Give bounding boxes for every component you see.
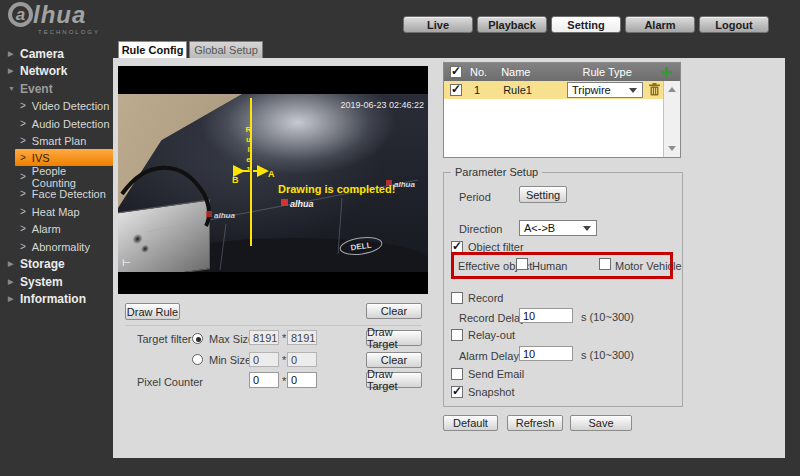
sidebar-item-ivs[interactable]: >IVS xyxy=(15,149,113,166)
add-rule-icon[interactable] xyxy=(661,67,672,78)
chevron-right-icon: > xyxy=(20,188,26,199)
record-delay-label: Record Delay xyxy=(459,312,526,324)
chevron-down-icon xyxy=(583,226,591,231)
scroll-down-icon[interactable] xyxy=(668,146,676,151)
video-overlay: DELL alhua alhua alhua 2019-06-23 02:46:… xyxy=(118,94,428,272)
chevron-right-icon: > xyxy=(20,206,26,217)
rule-table: No. Name Rule Type 1 Rule1 Tripwire xyxy=(443,62,681,158)
min-width-input[interactable] xyxy=(249,352,279,367)
min-size-label: Min Size xyxy=(209,354,251,366)
sidebar-item-video-detection[interactable]: >Video Detection xyxy=(0,97,113,114)
rule-type-dropdown[interactable]: Tripwire xyxy=(567,82,643,98)
chevron-right-icon: > xyxy=(20,118,26,129)
sidebar-item-heat-map[interactable]: >Heat Map xyxy=(0,203,113,220)
sidebar-item-audio-detection[interactable]: >Audio Detection xyxy=(0,115,113,132)
relay-out-label: Relay-out xyxy=(468,329,515,341)
sidebar-item-abnormality[interactable]: >Abnormality xyxy=(0,238,113,255)
snapshot-checkbox[interactable] xyxy=(451,386,463,398)
tab-rule-config[interactable]: Rule Config xyxy=(118,41,187,58)
draw-target-button-pixel[interactable]: Draw Target xyxy=(366,372,422,388)
snapshot-label: Snapshot xyxy=(468,386,514,398)
rule-table-header: No. Name Rule Type xyxy=(444,63,680,81)
delete-rule-icon[interactable] xyxy=(649,83,660,96)
chevron-right-icon: > xyxy=(20,241,26,252)
motor-vehicle-checkbox[interactable] xyxy=(599,258,611,270)
refresh-button[interactable]: Refresh xyxy=(507,415,563,431)
nav-setting-button[interactable]: Setting xyxy=(551,16,621,33)
video-timestamp: 2019-06-23 02:46:22 xyxy=(340,100,424,110)
chevron-right-icon: > xyxy=(20,152,26,163)
pixel-counter-label: Pixel Counter xyxy=(137,376,203,388)
draw-rule-button[interactable]: Draw Rule xyxy=(125,303,180,320)
nav-playback-button[interactable]: Playback xyxy=(477,16,547,33)
direction-label-a: A xyxy=(268,169,275,179)
direction-label-b: B xyxy=(232,175,239,185)
default-button[interactable]: Default xyxy=(443,415,498,431)
sidebar-item-network[interactable]: ▶Network xyxy=(0,62,113,79)
table-scrollbar[interactable] xyxy=(663,81,680,157)
min-size-radio[interactable] xyxy=(192,354,203,365)
human-checkbox[interactable] xyxy=(516,258,528,270)
save-button[interactable]: Save xyxy=(570,415,632,431)
period-setting-button[interactable]: Setting xyxy=(519,186,567,203)
chevron-down-icon: ▼ xyxy=(8,85,20,92)
max-size-radio[interactable] xyxy=(192,333,203,344)
alarm-delay-input[interactable] xyxy=(519,346,573,361)
sidebar: ▶Camera ▶Network ▼Event >Video Detection… xyxy=(0,35,113,476)
clear-rule-button[interactable]: Clear xyxy=(366,303,422,319)
max-height-input[interactable] xyxy=(287,330,317,345)
max-width-input[interactable] xyxy=(249,330,279,345)
alarm-delay-suffix: s (10~300) xyxy=(581,349,634,361)
nav-live-button[interactable]: Live xyxy=(403,16,473,33)
clear-target-button[interactable]: Clear xyxy=(366,352,422,368)
chevron-right-icon: ▶ xyxy=(8,50,20,58)
pixel-height-input[interactable] xyxy=(287,372,317,388)
col-rule-type: Rule Type xyxy=(582,66,631,78)
record-checkbox[interactable] xyxy=(451,292,463,304)
rule-row[interactable]: 1 Rule1 Tripwire xyxy=(444,81,663,99)
relay-out-checkbox[interactable] xyxy=(451,329,463,341)
sidebar-item-storage[interactable]: ▶Storage xyxy=(0,255,113,272)
chevron-right-icon: > xyxy=(20,223,26,234)
screen-logo-center: alhua xyxy=(290,199,314,209)
sidebar-item-alarm[interactable]: >Alarm xyxy=(0,220,113,237)
pixel-width-input[interactable] xyxy=(249,372,279,388)
sidebar-item-face-detection[interactable]: >Face Detection xyxy=(0,185,113,202)
dell-logo-text: DELL xyxy=(350,241,372,253)
camera-image: DELL alhua alhua alhua 2019-06-23 02:46:… xyxy=(118,94,428,272)
chevron-right-icon: > xyxy=(20,100,26,111)
send-email-checkbox[interactable] xyxy=(451,368,463,380)
chevron-down-icon xyxy=(629,88,637,93)
video-preview-canvas[interactable]: DELL alhua alhua alhua 2019-06-23 02:46:… xyxy=(118,66,428,294)
sidebar-item-system[interactable]: ▶System xyxy=(0,273,113,290)
rule-no: 1 xyxy=(474,84,480,96)
nav-alarm-button[interactable]: Alarm xyxy=(625,16,695,33)
period-label: Period xyxy=(459,191,491,203)
human-label: Human xyxy=(532,260,567,272)
min-height-input[interactable] xyxy=(287,352,317,367)
screen-logo-left: alhua xyxy=(214,211,235,220)
drawing-completed-text: Drawing is completed! xyxy=(278,183,395,195)
tab-global-setup[interactable]: Global Setup xyxy=(189,41,263,58)
chevron-right-icon: ▶ xyxy=(8,67,20,75)
col-no: No. xyxy=(470,66,487,78)
record-delay-suffix: s (10~300) xyxy=(581,311,634,323)
target-filter-label: Target filter xyxy=(137,333,191,345)
logo-a-icon: a xyxy=(8,2,33,27)
select-all-checkbox[interactable] xyxy=(450,66,462,78)
sidebar-item-people-counting[interactable]: >People Counting xyxy=(0,168,113,185)
cable xyxy=(122,168,209,226)
sidebar-item-information[interactable]: ▶Information xyxy=(0,290,113,307)
sidebar-item-camera[interactable]: ▶Camera xyxy=(0,45,113,62)
sidebar-item-event[interactable]: ▼Event xyxy=(0,80,113,97)
parameter-setup-legend: Parameter Setup xyxy=(451,166,542,178)
draw-target-button-max[interactable]: Draw Target xyxy=(366,330,422,346)
direction-dropdown[interactable]: A<->B xyxy=(519,220,597,236)
scroll-up-icon[interactable] xyxy=(668,87,676,92)
screen-logo-right: alhua xyxy=(394,180,415,189)
nav-logout-button[interactable]: Logout xyxy=(699,16,769,33)
sidebar-item-smart-plan[interactable]: >Smart Plan xyxy=(0,132,113,149)
record-delay-input[interactable] xyxy=(519,308,573,323)
rule-row-checkbox[interactable] xyxy=(450,84,462,96)
chevron-right-icon: > xyxy=(20,171,26,182)
